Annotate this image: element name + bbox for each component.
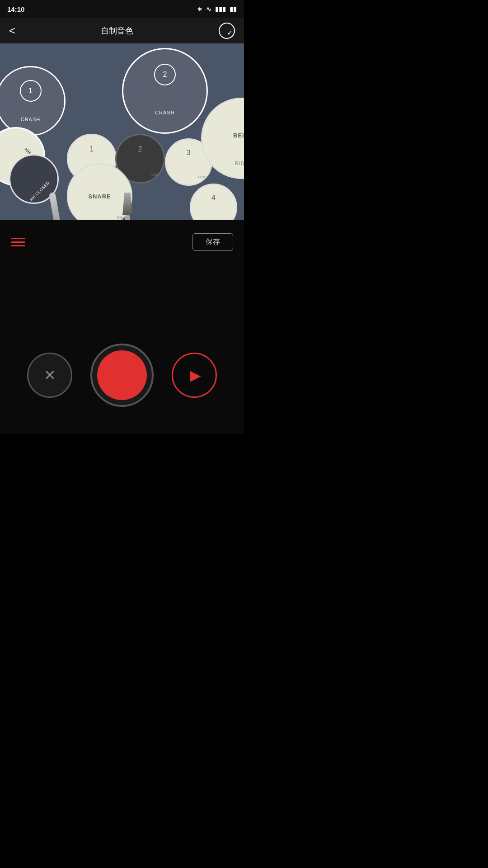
menu-line-1 <box>11 238 25 239</box>
record-indicator <box>97 350 147 400</box>
cancel-icon: ✕ <box>44 367 56 384</box>
battery-icon: ▮▮ <box>230 5 237 13</box>
tom3-number: 3 <box>187 149 191 157</box>
crash1-number: 1 <box>20 80 42 102</box>
save-button[interactable]: 保存 <box>192 233 233 251</box>
play-icon: ▶ <box>190 367 201 384</box>
tom4-pad[interactable]: 4 TOM <box>190 184 237 220</box>
record-button[interactable] <box>90 344 154 407</box>
hh-closed-label: HH CLOSED <box>29 180 51 202</box>
status-icons: ∗ ∿ ▮▮▮ ▮▮ <box>197 5 237 13</box>
confirm-button[interactable] <box>219 23 235 39</box>
bell-label: BELL <box>233 132 244 139</box>
snare-label: SNARE <box>88 193 111 199</box>
page-title: 自制音色 <box>101 25 133 36</box>
crash2-label: CRASH <box>155 110 175 115</box>
ride-label: RIDE <box>235 160 244 166</box>
top-nav: < 自制音色 <box>0 18 244 43</box>
clock: 14:10 <box>7 5 24 13</box>
hh-stick <box>49 192 63 220</box>
tom2-label: TOM <box>150 173 158 177</box>
play-button[interactable]: ▶ <box>172 353 217 398</box>
drum-kit-area: 1 CRASH HH OPEN HH CLOSED 1 TOM 2 TOM SN… <box>0 43 244 220</box>
bluetooth-icon: ∗ <box>197 5 202 13</box>
menu-button[interactable] <box>11 238 25 246</box>
kick-body <box>122 193 132 215</box>
cancel-button[interactable]: ✕ <box>27 353 72 398</box>
tom1-number: 1 <box>90 145 94 153</box>
kick-base <box>125 215 130 220</box>
crash2-number: 2 <box>154 64 176 85</box>
bottom-area: 保存 ✕ ▶ <box>0 220 244 434</box>
kick-pedal[interactable] <box>122 193 133 220</box>
menu-line-3 <box>11 245 25 246</box>
tom3-label: TOM <box>197 175 206 179</box>
controls-top: 保存 <box>0 220 244 251</box>
tom4-number: 4 <box>211 194 216 202</box>
signal-icon: ▮▮▮ <box>215 5 226 13</box>
status-bar: 14:10 ∗ ∿ ▮▮▮ ▮▮ <box>0 0 244 18</box>
wifi-icon: ∿ <box>206 5 211 13</box>
back-button[interactable]: < <box>9 25 15 36</box>
crash2-pad[interactable]: 2 CRASH <box>122 48 208 134</box>
crash1-pad[interactable]: 1 CRASH <box>0 66 66 136</box>
tom2-number: 2 <box>138 145 142 153</box>
crash1-label: CRASH <box>21 117 41 122</box>
menu-line-2 <box>11 241 25 243</box>
transport-area: ✕ ▶ <box>0 344 244 407</box>
